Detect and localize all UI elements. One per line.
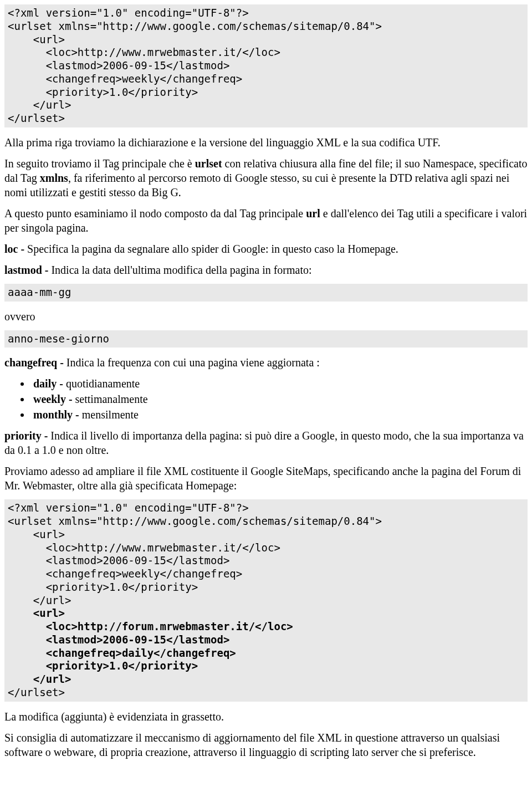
bold-text: url xyxy=(306,207,320,219)
code-block-1: <?xml version="1.0" encoding="UTF-8"?> <… xyxy=(4,4,528,127)
bold-text: loc - xyxy=(4,243,27,255)
code-bold: <url> <loc>http://forum.mrwebmaster.it/<… xyxy=(8,607,293,685)
list-item: weekly - settimanalmente xyxy=(31,392,528,406)
paragraph: Proviamo adesso ad ampliare il file XML … xyxy=(4,464,528,493)
text: Specifica la pagina da segnalare allo sp… xyxy=(27,243,398,255)
freq-list: daily - quotidianamente weekly - settima… xyxy=(4,376,528,422)
bold-text: priority - xyxy=(4,430,50,442)
bold-text: weekly - xyxy=(33,393,75,405)
text: Indica la data dell'ultima modifica dell… xyxy=(51,264,311,276)
list-item: daily - quotidianamente xyxy=(31,376,528,391)
code-plain: </urlset> xyxy=(8,686,65,698)
bold-text: xmlns xyxy=(40,172,68,184)
paragraph-loc: loc - Specifica la pagina da segnalare a… xyxy=(4,242,528,256)
text: In seguito troviamo il Tag principale ch… xyxy=(4,157,195,170)
paragraph: Alla prima riga troviamo la dichiarazion… xyxy=(4,135,528,150)
paragraph: Si consiglia di automatizzare il meccani… xyxy=(4,730,528,759)
text: Indica il livello di importanza della pa… xyxy=(4,430,524,456)
code-block-4: <?xml version="1.0" encoding="UTF-8"?> <… xyxy=(4,499,528,701)
text: settimanalmente xyxy=(75,393,148,405)
text: A questo punto esaminiamo il nodo compos… xyxy=(4,207,306,219)
bold-text: lastmod - xyxy=(4,264,51,276)
text: quotidianamente xyxy=(66,377,140,390)
paragraph-changefreq: changefreq - Indica la frequenza con cui… xyxy=(4,355,528,370)
list-item: monthly - mensilmente xyxy=(31,407,528,422)
paragraph: In seguito troviamo il Tag principale ch… xyxy=(4,156,528,200)
bold-text: urlset xyxy=(195,157,222,170)
bold-text: daily - xyxy=(33,377,66,390)
code-plain: <?xml version="1.0" encoding="UTF-8"?> <… xyxy=(8,502,382,606)
paragraph: La modifica (aggiunta) è evidenziata in … xyxy=(4,709,528,724)
paragraph: A questo punto esaminiamo il nodo compos… xyxy=(4,206,528,235)
paragraph-lastmod: lastmod - Indica la data dell'ultima mod… xyxy=(4,263,528,277)
bold-text: monthly - xyxy=(33,408,82,421)
code-block-2: aaaa-mm-gg xyxy=(4,284,528,302)
bold-text: changefreq - xyxy=(4,356,66,369)
paragraph: ovvero xyxy=(4,309,528,324)
text: , fa riferimento al percorso remoto di G… xyxy=(4,172,509,198)
text: Indica la frequenza con cui una pagina v… xyxy=(66,356,320,369)
paragraph-priority: priority - Indica il livello di importan… xyxy=(4,428,528,457)
code-block-3: anno-mese-giorno xyxy=(4,330,528,348)
text: mensilmente xyxy=(82,408,139,421)
